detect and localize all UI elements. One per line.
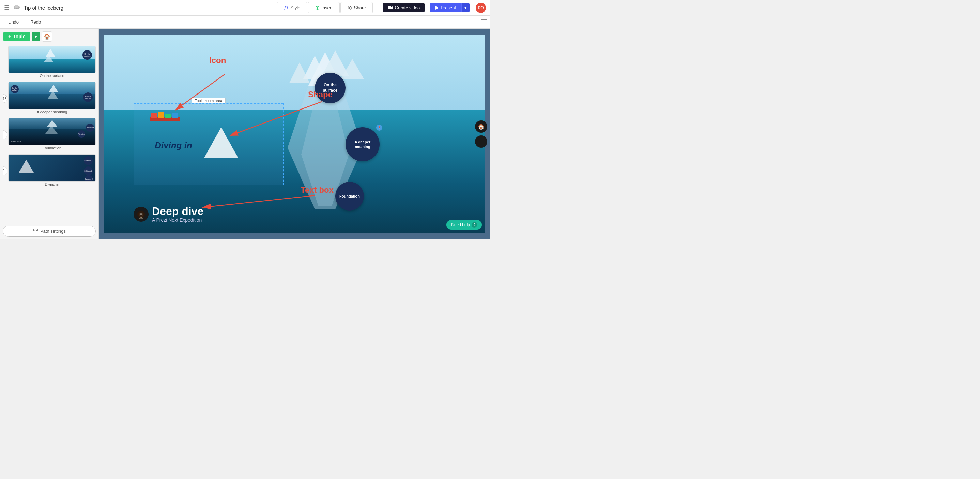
svg-point-36 xyxy=(142,214,142,215)
slide-label-diving: Diving in xyxy=(8,182,96,188)
redo-button[interactable]: Redo xyxy=(25,18,46,26)
hamburger-icon[interactable]: ☰ xyxy=(4,4,10,11)
svg-rect-28 xyxy=(165,113,171,118)
deeper-circle[interactable]: 📍 A deepermeaning xyxy=(345,127,380,161)
svg-marker-5 xyxy=(436,6,439,10)
svg-rect-4 xyxy=(388,6,391,9)
zoom-box-label: Topic zoom area xyxy=(192,98,226,103)
slide-label-deeper: A deeper meaning xyxy=(8,109,96,115)
icon-annotation-label: Icon xyxy=(209,56,226,65)
right-nav-button[interactable]: ↑ xyxy=(475,136,487,148)
svg-rect-7 xyxy=(481,21,486,21)
toolbar-center: Style ⊕ Insert Share xyxy=(277,2,373,13)
topic-button[interactable]: + Topic xyxy=(3,32,30,41)
svg-marker-11 xyxy=(48,85,59,93)
slide-badge-deeper: 9-13 xyxy=(3,94,8,103)
svg-point-34 xyxy=(140,215,142,216)
cloud-icon xyxy=(13,4,21,11)
slide-thumb-deeper: 📍 On the surface A deeper meaning xyxy=(8,82,96,109)
right-home-button[interactable]: 🏠 xyxy=(475,120,487,133)
sidebar: + Topic ▾ 🏠 xyxy=(0,29,99,240)
svg-rect-29 xyxy=(172,113,178,118)
svg-rect-8 xyxy=(481,22,487,23)
deep-dive-text-block: ICEBEAR Deep dive A Prezi Next Expeditio… xyxy=(134,206,204,223)
slide-item-foundation[interactable]: 14-16 Foundation Foundation Timeline Fou… xyxy=(3,118,96,152)
present-dropdown-button[interactable]: ▾ xyxy=(461,3,469,12)
app-title: Tip of the Iceberg xyxy=(24,5,64,11)
svg-point-3 xyxy=(15,5,18,8)
slide-thumb-on-surface: On thesurface xyxy=(8,46,96,73)
slide-thumb-foundation: Foundation Foundation Timeline xyxy=(8,118,96,145)
deeper-label: A deepermeaning xyxy=(355,139,371,149)
right-nav: 🏠 ↑ xyxy=(475,120,487,148)
bear-logo: ICEBEAR xyxy=(134,207,149,222)
svg-point-35 xyxy=(140,214,141,215)
slide-item-diving-in[interactable]: 17-21 Subtopic 1 Subtopic 2 Subtopic 3 D… xyxy=(3,154,96,188)
topic-dropdown-arrow[interactable]: ▾ xyxy=(32,32,40,41)
foundation-label: Foundation xyxy=(339,194,360,198)
svg-rect-6 xyxy=(481,19,487,20)
sidebar-header: + Topic ▾ 🏠 xyxy=(0,29,99,44)
slide-label-foundation: Foundation xyxy=(8,145,96,152)
foundation-circle[interactable]: Foundation xyxy=(335,182,364,211)
svg-point-16 xyxy=(37,229,38,231)
avatar: PO xyxy=(476,3,486,13)
share-button[interactable]: Share xyxy=(340,2,373,13)
svg-rect-27 xyxy=(158,112,164,118)
slide-badge-diving: 17-21 xyxy=(3,166,8,176)
triangle-shape xyxy=(204,127,238,158)
create-video-button[interactable]: Create video xyxy=(383,3,425,12)
slide-item-deeper-meaning[interactable]: 9-13 📍 On the surface A deeper meaning A… xyxy=(3,82,96,115)
svg-point-15 xyxy=(33,229,34,231)
home-button[interactable]: 🏠 xyxy=(42,31,52,42)
main-layout: + Topic ▾ 🏠 xyxy=(0,29,490,240)
slide-thumb-diving: Subtopic 1 Subtopic 2 Subtopic 3 xyxy=(8,154,96,182)
style-button[interactable]: Style xyxy=(277,2,307,13)
textbox-annotation-label: Text box xyxy=(301,185,334,195)
top-bar: ☰ Tip of the Iceberg Style ⊕ Insert Shar… xyxy=(0,0,490,16)
diving-in-text: Diving in xyxy=(155,140,192,151)
present-btn-group: Present ▾ xyxy=(430,3,469,12)
slide-badge-foundation: 14-16 xyxy=(3,130,8,139)
canvas-bg[interactable]: Topic zoom area Diving in xyxy=(103,35,485,233)
iceberg-scene: Topic zoom area Diving in xyxy=(103,35,485,233)
help-circle-icon: ? xyxy=(472,222,477,228)
deep-dive-subtitle: A Prezi Next Expedition xyxy=(152,217,204,223)
undo-button[interactable]: Undo xyxy=(3,18,24,26)
notes-icon-button[interactable] xyxy=(481,18,487,26)
undo-redo-bar: Undo Redo xyxy=(0,16,490,29)
svg-marker-9 xyxy=(45,49,56,57)
present-button[interactable]: Present xyxy=(430,3,461,12)
path-settings-button[interactable]: Path settings xyxy=(3,225,96,237)
slide-list: On thesurface On the surface 9-13 📍 xyxy=(0,44,99,223)
canvas-area: Topic zoom area Diving in xyxy=(99,29,490,240)
slide-label-on-surface: On the surface xyxy=(8,73,96,79)
svg-marker-13 xyxy=(47,120,57,127)
slide-item-on-the-surface[interactable]: On thesurface On the surface xyxy=(3,46,96,79)
deep-dive-title: Deep dive xyxy=(152,206,204,217)
svg-rect-26 xyxy=(151,113,158,118)
ship-icon xyxy=(148,110,182,125)
shape-annotation-label: Shape xyxy=(308,90,332,99)
need-help-button[interactable]: Need help ? xyxy=(446,220,482,230)
insert-button[interactable]: ⊕ Insert xyxy=(308,2,340,13)
